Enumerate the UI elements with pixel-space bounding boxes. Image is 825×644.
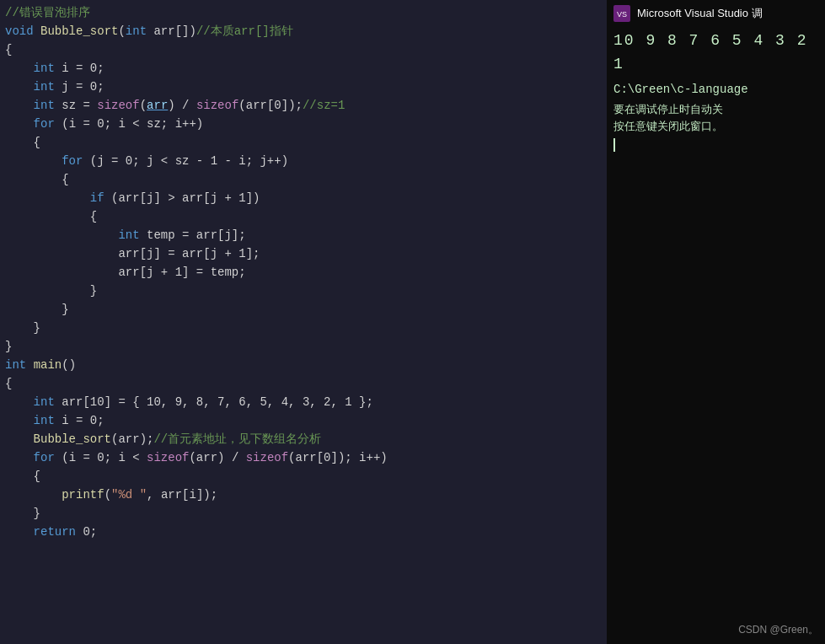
code-line-21: { — [0, 374, 607, 393]
output-cursor — [613, 138, 615, 152]
output-title: Microsoft Visual Studio 调 — [637, 6, 763, 21]
code-line-5: int j = 0; — [0, 78, 607, 96]
code-line-10: { — [0, 170, 607, 189]
output-path: C:\Green\c-language — [613, 83, 818, 96]
code-line-4: int i = 0; — [0, 59, 607, 78]
code-line-7: for (i = 0; i < sz; i++) — [0, 115, 607, 133]
code-line-2: void Bubble_sort(int arr[])//本质arr[]指针 — [0, 22, 607, 40]
code-line-24: Bubble_sort(arr);//首元素地址，见下数组名分析 — [0, 430, 607, 448]
code-editor: //错误冒泡排序 void Bubble_sort(int arr[])//本质… — [0, 0, 607, 644]
code-line-25: for (i = 0; i < sizeof(arr) / sizeof(arr… — [0, 448, 607, 467]
vs-logo: VS — [613, 5, 630, 22]
output-info-line1: 要在调试停止时自动关 — [613, 101, 818, 118]
code-line-9: for (j = 0; j < sz - 1 - i; j++) — [0, 152, 607, 170]
code-line-6: int sz = sizeof(arr) / sizeof(arr[0]);//… — [0, 96, 607, 115]
code-line-13: int temp = arr[j]; — [0, 226, 607, 244]
code-line-12: { — [0, 207, 607, 226]
code-line-19: } — [0, 337, 607, 356]
code-line-29: return 0; — [0, 523, 607, 541]
code-line-18: } — [0, 319, 607, 337]
code-line-23: int i = 0; — [0, 411, 607, 430]
output-info-line2: 按任意键关闭此窗口。 — [613, 118, 818, 135]
code-line-22: int arr[10] = { 10, 9, 8, 7, 6, 5, 4, 3,… — [0, 393, 607, 411]
code-line-14: arr[j] = arr[j + 1]; — [0, 244, 607, 263]
code-line-8: { — [0, 133, 607, 152]
code-line-16: } — [0, 282, 607, 300]
code-line-11: if (arr[j] > arr[j + 1]) — [0, 189, 607, 207]
code-line-26: { — [0, 467, 607, 486]
output-panel: VS Microsoft Visual Studio 调 10 9 8 7 6 … — [607, 0, 825, 644]
code-line-15: arr[j + 1] = temp; — [0, 263, 607, 282]
code-line-20: int main() — [0, 356, 607, 374]
code-line-17: } — [0, 300, 607, 319]
code-line-3: { — [0, 40, 607, 59]
code-line-1: //错误冒泡排序 — [0, 3, 607, 22]
code-line-28: } — [0, 504, 607, 523]
output-numbers: 10 9 8 7 6 5 4 3 2 1 — [613, 29, 818, 76]
output-watermark: CSDN @Green。 — [738, 623, 818, 637]
output-header: VS Microsoft Visual Studio 调 — [613, 5, 818, 22]
svg-text:VS: VS — [617, 10, 627, 19]
code-line-27: printf("%d ", arr[i]); — [0, 486, 607, 504]
